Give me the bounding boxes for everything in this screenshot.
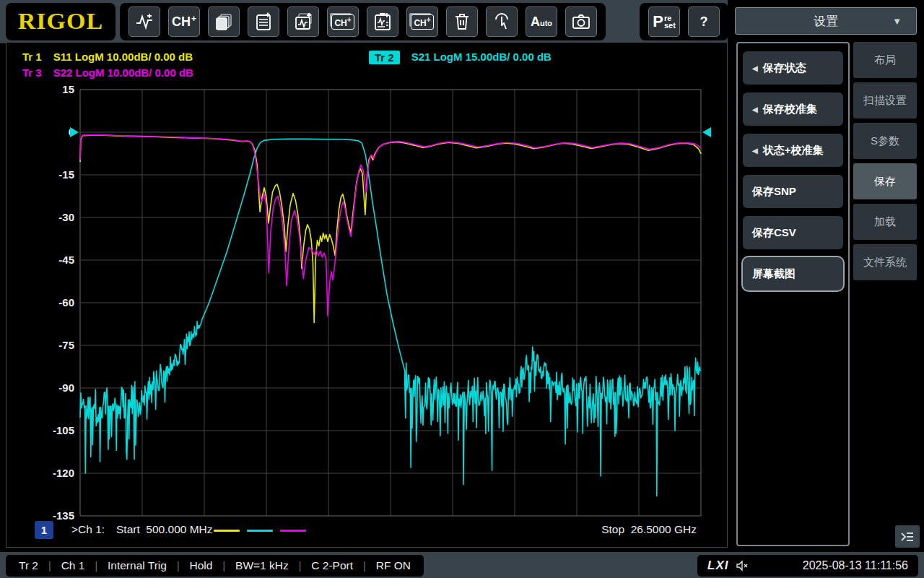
rigol-logo: RIGOL [18,9,103,35]
save-submenu-panel: ◀保存状态◀保存校准集◀状态+校准集保存SNP保存CSV屏幕截图 [736,42,850,546]
y-tick-label: -45 [58,254,74,266]
sparameter-plot[interactable]: 150-15-30-45-60-75-90-105-120-135 [6,43,727,547]
submenu-item-1[interactable]: ◀保存状态 [743,51,843,85]
help-label: ? [700,14,708,30]
status-item-5[interactable]: BW=1 kHz [235,559,289,572]
channel-window-button[interactable]: CH+ [406,7,438,37]
new-measurement-icon [253,11,274,33]
submenu-item-2[interactable]: ◀保存校准集 [743,92,843,126]
screenshot-button[interactable] [565,7,597,37]
submenu-item-6[interactable]: 屏幕截图 [743,257,843,290]
y-tick-label: -90 [58,381,74,394]
trace1-color-swatch [214,530,240,532]
submenu-item-label: 屏幕截图 [752,267,796,281]
trace3-annotation[interactable]: Tr 3 S22 LogM 10.00dB/ 0.00 dB [22,66,193,79]
separator: | [363,560,366,571]
menu-item-2[interactable]: 扫描设置 [853,82,917,118]
collapse-menu-button[interactable] [895,525,920,548]
menu-item-label: S参数 [871,134,899,148]
menu-item-label: 布局 [874,53,896,67]
add-trace-window-icon [292,11,314,33]
menu-item-label: 加载 [874,215,896,229]
channel-label: >Ch 1: [71,523,105,536]
submenu-item-label: 状态+校准集 [763,144,824,158]
submenu-item-3[interactable]: ◀状态+校准集 [743,134,843,167]
ref-level-marker-left[interactable] [70,127,79,137]
setup-list-button[interactable] [367,7,398,37]
auto-scale-button[interactable]: Auto [526,7,557,37]
logo-container: RIGOL [6,3,116,40]
menu-item-3[interactable]: S参数 [853,123,917,159]
status-item-4[interactable]: Hold [190,559,213,572]
separator: | [48,560,51,571]
trace2-format: S21 LogM 15.00dB/ 0.00 dB [411,51,552,64]
trace1-annotation[interactable]: Tr 1 S11 LogM 10.00dB/ 0.00 dB [22,51,193,63]
add-trace-button[interactable] [128,7,160,37]
status-item-2[interactable]: Ch 1 [61,559,85,572]
separator: | [177,560,180,571]
add-channel-window-icon: CH+ [331,14,354,30]
separator: | [299,560,302,571]
mute-icon[interactable] [736,560,749,571]
submenu-item-4[interactable]: 保存SNP [743,175,843,208]
ref-level-marker-right[interactable] [702,127,711,137]
touch-button[interactable] [486,7,518,37]
status-item-3[interactable]: Internal Trig [108,559,167,572]
menu-item-1[interactable]: 布局 [853,42,917,78]
add-channel-window-button[interactable]: CH+ [327,7,359,37]
auto-scale-label: Auto [531,14,552,30]
screenshot-icon [570,11,592,33]
touch-icon [491,11,513,33]
status-item-1[interactable]: Tr 2 [19,559,38,572]
add-channel-button[interactable]: CH+ [168,7,200,37]
setup-list-icon [372,11,393,33]
y-tick-label: -15 [58,168,74,181]
preset-button[interactable]: Preset [648,7,680,37]
preset-label: Preset [653,12,676,31]
triangle-left-icon: ◀ [752,105,758,113]
new-measurement-button[interactable] [248,7,279,37]
delete-button[interactable] [446,7,478,37]
menu-item-6[interactable]: 文件系统 [853,244,917,280]
trace2-active-badge: Tr 2 [369,51,400,64]
y-tick-label: -120 [53,467,74,479]
menu-item-4[interactable]: 保存 [853,163,917,199]
toolbar-preset-group: Preset? [640,3,728,40]
delete-icon [451,11,473,33]
triangle-left-icon: ◀ [752,147,758,155]
settings-dropdown-label: 设置 [814,13,838,30]
status-item-7[interactable]: RF ON [376,559,411,572]
menu-item-label: 文件系统 [863,256,907,269]
submenu-item-label: 保存SNP [752,185,796,199]
submenu-item-5[interactable]: 保存CSV [743,216,843,249]
datetime: 2025-08-13 11:11:56 [803,559,908,572]
start-frequency[interactable]: Start 500.000 MHz [116,523,213,536]
trace2-annotation[interactable]: Tr 2 S21 LogM 15.00dB/ 0.00 dB [369,51,552,64]
separator: | [95,560,97,571]
add-trace-window-button[interactable] [287,7,319,37]
y-tick-label: -105 [53,424,74,436]
menu-item-5[interactable]: 加载 [853,204,917,240]
submenu-item-label: 保存校准集 [763,103,817,116]
chart-panel: 150-15-30-45-60-75-90-105-120-135 Tr 1 S… [6,42,728,548]
status-item-6[interactable]: C 2-Port [311,559,353,572]
menu-item-label: 扫描设置 [863,94,907,108]
trace3-label: Tr 3 [22,66,42,79]
trace1-label: Tr 1 [22,51,42,63]
duplicate-trace-button[interactable] [208,7,240,37]
channel-footer: 1 >Ch 1: Start 500.000 MHz Stop 26.5000 … [6,521,727,541]
trace2-color-swatch [247,530,273,532]
info-pill: LXI 2025-08-13 11:11:56 [697,555,918,577]
duplicate-trace-icon [213,11,235,33]
triangle-left-icon: ◀ [752,64,758,72]
trace1-format: S11 LogM 10.00dB/ 0.00 dB [53,51,193,63]
help-button[interactable]: ? [688,7,720,37]
y-tick-label: -135 [53,509,74,522]
settings-dropdown[interactable]: 设置 ▼ [735,7,917,35]
submenu-item-label: 保存CSV [752,226,796,240]
y-tick-label: -60 [58,296,74,309]
menu-item-label: 保存 [874,175,896,189]
stop-frequency[interactable]: Stop 26.5000 GHz [601,523,697,536]
channel-number-badge[interactable]: 1 [35,521,53,539]
y-tick-label: -75 [58,339,74,351]
